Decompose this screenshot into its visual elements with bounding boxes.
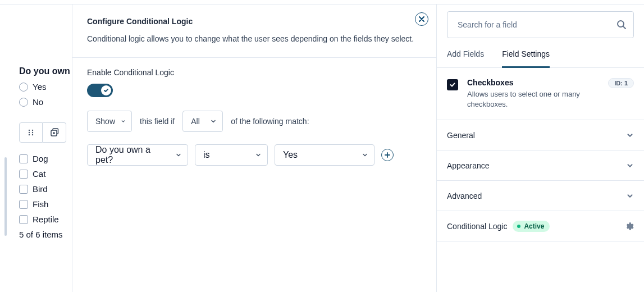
search-field-wrap[interactable] bbox=[447, 11, 634, 38]
field-header-card: Checkboxes Allows users to select one or… bbox=[437, 68, 644, 120]
checkbox-option-cat[interactable]: Cat bbox=[19, 169, 77, 179]
svg-point-0 bbox=[29, 130, 30, 131]
svg-point-2 bbox=[29, 132, 30, 133]
duplicate-icon bbox=[50, 128, 59, 137]
field-id-badge: ID: 1 bbox=[608, 78, 634, 88]
modal-title: Configure Conditional Logic bbox=[87, 17, 422, 26]
checkbox-label: Fish bbox=[33, 199, 48, 209]
radio-option-yes[interactable]: Yes bbox=[19, 82, 77, 92]
checkbox-option-dog[interactable]: Dog bbox=[19, 154, 77, 163]
chevron-down-icon bbox=[626, 131, 634, 139]
checkbox-icon bbox=[19, 215, 28, 224]
chevron-down-icon bbox=[362, 152, 368, 158]
radio-label: Yes bbox=[33, 82, 46, 92]
svg-point-4 bbox=[29, 134, 30, 135]
items-count: 5 of 6 items bbox=[19, 230, 77, 239]
section-label: Advanced bbox=[447, 191, 482, 200]
radio-label: No bbox=[33, 97, 43, 107]
add-condition-button[interactable] bbox=[381, 149, 394, 161]
radio-icon bbox=[19, 83, 28, 92]
status-badge: Active bbox=[513, 221, 550, 232]
select-value: Do you own a pet? bbox=[95, 145, 170, 165]
duplicate-button[interactable] bbox=[43, 122, 66, 143]
section-advanced[interactable]: Advanced bbox=[437, 181, 644, 211]
close-icon bbox=[419, 16, 424, 22]
status-text: Active bbox=[524, 222, 544, 230]
select-value: is bbox=[203, 150, 210, 160]
checkbox-icon bbox=[19, 154, 28, 163]
checkbox-option-bird[interactable]: Bird bbox=[19, 184, 77, 194]
drag-handle-button[interactable] bbox=[19, 122, 43, 143]
checkbox-label: Cat bbox=[33, 169, 45, 179]
checkmark-icon bbox=[449, 81, 456, 88]
drag-dots-icon bbox=[27, 129, 35, 136]
modal-description: Conditional logic allows you to change w… bbox=[87, 34, 422, 45]
chevron-down-icon bbox=[255, 152, 262, 158]
plus-icon bbox=[385, 152, 390, 158]
section-appearance[interactable]: Appearance bbox=[437, 150, 644, 181]
checkbox-label: Dog bbox=[33, 154, 48, 163]
conditional-logic-modal: Configure Conditional Logic Conditional … bbox=[72, 4, 437, 292]
section-conditional-logic[interactable]: Conditional Logic Active bbox=[437, 211, 644, 241]
section-label: General bbox=[447, 131, 475, 140]
checkbox-icon bbox=[19, 200, 28, 209]
chevron-down-icon bbox=[626, 192, 634, 200]
enable-label: Enable Conditional Logic bbox=[87, 68, 422, 77]
tabs: Add Fields Field Settings bbox=[437, 49, 644, 68]
checkbox-icon bbox=[19, 170, 28, 179]
condition-field-select[interactable]: Do you own a pet? bbox=[87, 144, 188, 166]
select-value: Show bbox=[95, 117, 115, 126]
condition-operator-select[interactable]: is bbox=[195, 144, 268, 166]
selection-indicator bbox=[4, 157, 7, 236]
chevron-down-icon bbox=[210, 118, 217, 125]
close-button[interactable] bbox=[415, 12, 428, 26]
rule-text-1: this field if bbox=[140, 117, 175, 126]
field-settings-pane: Add Fields Field Settings Checkboxes All… bbox=[437, 4, 644, 292]
gear-icon[interactable] bbox=[624, 221, 634, 231]
enable-toggle[interactable] bbox=[87, 84, 113, 97]
check-icon bbox=[103, 88, 109, 93]
status-dot-icon bbox=[517, 225, 520, 228]
checkbox-label: Bird bbox=[33, 184, 48, 194]
section-label: Appearance bbox=[447, 161, 490, 170]
rule-text-2: of the following match: bbox=[231, 117, 309, 126]
tab-add-fields[interactable]: Add Fields bbox=[447, 49, 484, 67]
divider bbox=[72, 57, 436, 58]
select-value: All bbox=[191, 117, 200, 126]
select-value: Yes bbox=[283, 150, 298, 160]
checkbox-option-fish[interactable]: Fish bbox=[19, 199, 77, 209]
section-general[interactable]: General bbox=[437, 120, 644, 150]
question-label: Do you own a bbox=[19, 66, 77, 76]
svg-point-3 bbox=[32, 132, 33, 133]
checkbox-label: Reptile bbox=[33, 215, 59, 224]
svg-point-5 bbox=[32, 134, 33, 135]
checkbox-icon bbox=[19, 185, 28, 194]
svg-point-1 bbox=[32, 130, 33, 131]
section-label: Conditional Logic bbox=[447, 222, 507, 231]
checkbox-option-reptile[interactable]: Reptile bbox=[19, 215, 77, 224]
chevron-down-icon bbox=[626, 162, 634, 170]
field-title: Checkboxes bbox=[467, 78, 599, 87]
condition-value-select[interactable]: Yes bbox=[275, 144, 374, 166]
radio-icon bbox=[19, 98, 28, 107]
form-preview-pane: Do you own a Yes No bbox=[0, 4, 72, 292]
match-type-select[interactable]: All bbox=[182, 111, 223, 132]
chevron-down-icon bbox=[121, 118, 126, 125]
field-description: Allows users to select one or many check… bbox=[467, 89, 599, 110]
search-icon bbox=[616, 20, 627, 30]
tab-field-settings[interactable]: Field Settings bbox=[502, 49, 550, 68]
field-type-icon bbox=[447, 79, 458, 90]
chevron-down-icon bbox=[175, 152, 182, 158]
search-input[interactable] bbox=[458, 20, 616, 29]
show-hide-select[interactable]: Show bbox=[87, 111, 132, 132]
radio-option-no[interactable]: No bbox=[19, 97, 77, 107]
